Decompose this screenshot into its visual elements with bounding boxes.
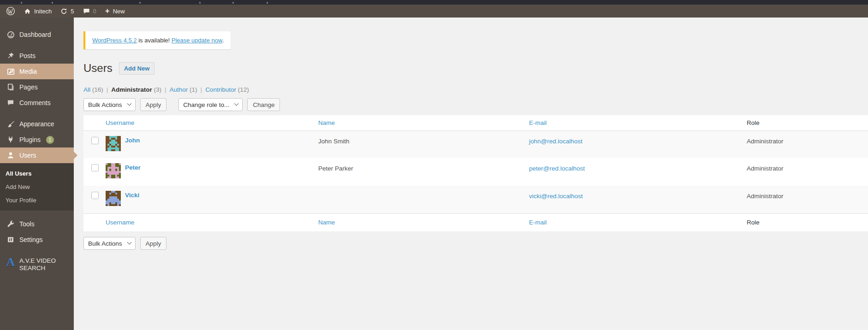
username-link[interactable]: John — [125, 137, 140, 153]
filter-label: Contributor — [205, 86, 236, 93]
column-header-email[interactable]: E-mail — [529, 219, 547, 226]
filter-contributor[interactable]: Contributor (12) — [205, 86, 249, 93]
notice-text: is available! — [137, 37, 172, 44]
home-icon — [24, 8, 31, 15]
row-checkbox[interactable] — [91, 137, 99, 144]
submenu-item-all-users[interactable]: All Users — [0, 167, 74, 180]
updates-menu[interactable]: 5 — [60, 5, 74, 18]
bulk-actions-top: Bulk Actions Apply Change role to... Cha… — [83, 98, 868, 111]
sidebar-item-dashboard[interactable]: Dashboard — [0, 27, 74, 42]
user-icon — [6, 152, 15, 159]
sidebar-item-posts[interactable]: Posts — [0, 48, 74, 64]
sidebar-item-plugins[interactable]: Plugins1 — [0, 132, 74, 147]
comments-icon — [6, 99, 15, 106]
change-role-select[interactable]: Change role to... — [178, 98, 243, 111]
sidebar-item-ave-video-search[interactable]: AA.V.E VIDEO SEARCH — [0, 255, 74, 272]
filter-administrator[interactable]: Administrator (3) — [111, 86, 161, 93]
table-footer: UsernameNameE-mailRole — [83, 213, 868, 231]
email-link[interactable]: john@red.localhost — [529, 138, 583, 145]
filter-count: (1) — [188, 86, 197, 93]
wordpress-logo-icon[interactable] — [6, 5, 15, 18]
page-title: Users — [83, 62, 113, 74]
column-header-role: Role — [747, 119, 760, 126]
name-cell — [318, 186, 529, 213]
sidebar-item-users[interactable]: Users — [0, 147, 74, 163]
column-header-role: Role — [747, 219, 760, 226]
new-label: New — [113, 8, 125, 15]
sidebar-item-label: Plugins — [19, 136, 41, 143]
email-link[interactable]: peter@red.localhost — [529, 165, 585, 172]
sidebar-item-label: Users — [19, 152, 36, 159]
update-count-badge: 1 — [46, 136, 54, 144]
column-header-email[interactable]: E-mail — [529, 119, 547, 126]
filter-author[interactable]: Author (1) — [170, 86, 197, 93]
sidebar-item-pages[interactable]: Pages — [0, 79, 74, 95]
sidebar-item-label: Tools — [19, 220, 35, 228]
sidebar-item-label: Comments — [19, 99, 51, 106]
filter-all[interactable]: All (16) — [83, 86, 103, 93]
pages-icon — [6, 83, 15, 91]
plug-icon — [6, 136, 15, 143]
bulk-actions-bottom: Bulk Actions Apply — [83, 237, 868, 250]
settings-icon — [6, 236, 15, 243]
filter-count: (3) — [152, 86, 161, 93]
comments-menu[interactable]: 0 — [83, 5, 96, 18]
filter-separator: | — [201, 86, 202, 93]
apply-button-bottom[interactable]: Apply — [140, 237, 167, 250]
new-menu[interactable]: + New — [105, 5, 125, 18]
row-checkbox[interactable] — [91, 192, 99, 199]
admin-bar: Initech 5 0 + New — [0, 5, 868, 18]
bulk-actions-value: Bulk Actions — [88, 101, 122, 108]
filter-count: (12) — [236, 86, 249, 93]
table-row: Vickivicki@red.localhostAdministrator — [83, 186, 868, 213]
site-menu[interactable]: Initech — [24, 5, 52, 18]
comment-count: 0 — [93, 8, 96, 15]
sidebar-item-tools[interactable]: Tools — [0, 216, 74, 232]
browser-strip — [0, 0, 868, 5]
sidebar-item-label: A.V.E VIDEO SEARCH — [19, 256, 62, 272]
submenu-item-your-profile[interactable]: Your Profile — [0, 194, 74, 207]
apply-button[interactable]: Apply — [140, 98, 167, 111]
email-link[interactable]: vicki@red.localhost — [529, 193, 583, 200]
sidebar-item-label: Appearance — [19, 120, 54, 128]
role-filters: All (16)|Administrator (3)|Author (1)|Co… — [83, 86, 868, 93]
comment-icon — [83, 8, 90, 15]
sidebar-item-media[interactable]: Media — [0, 64, 74, 79]
sidebar-item-appearance[interactable]: Appearance — [0, 116, 74, 132]
username-link[interactable]: Vicki — [125, 192, 139, 207]
sidebar-item-label: Pages — [19, 83, 38, 91]
avatar — [106, 191, 121, 207]
column-header-username[interactable]: Username — [106, 119, 134, 126]
main-content: WordPress 4.5.2 is available! Please upd… — [74, 18, 868, 330]
column-header-name[interactable]: Name — [318, 219, 335, 226]
sidebar-item-comments[interactable]: Comments — [0, 95, 74, 111]
sidebar-item-label: Settings — [19, 236, 43, 243]
wordpress-version-link[interactable]: WordPress 4.5.2 — [92, 37, 137, 44]
sidebar-submenu-users: All UsersAdd NewYour Profile — [0, 163, 74, 211]
role-cell: Administrator — [747, 158, 868, 186]
sidebar-item-settings[interactable]: Settings — [0, 232, 74, 248]
admin-sidebar: DashboardPostsMediaPagesCommentsAppearan… — [0, 18, 74, 330]
bulk-actions-select[interactable]: Bulk Actions — [83, 98, 136, 111]
users-table: UsernameNameE-mailRole JohnJohn Smithjoh… — [83, 115, 868, 231]
media-icon — [6, 68, 15, 76]
filter-separator: | — [107, 86, 108, 93]
update-notice: WordPress 4.5.2 is available! Please upd… — [83, 31, 231, 49]
filter-label: Author — [170, 86, 188, 93]
avatar — [106, 163, 121, 180]
update-now-link[interactable]: Please update now — [172, 37, 222, 44]
column-header-username[interactable]: Username — [106, 219, 134, 226]
change-button[interactable]: Change — [247, 98, 280, 111]
row-checkbox[interactable] — [91, 164, 99, 171]
username-link[interactable]: Peter — [125, 164, 141, 180]
change-role-value: Change role to... — [183, 101, 229, 108]
table-row: JohnJohn Smithjohn@red.localhostAdminist… — [83, 130, 868, 158]
bulk-actions-select-bottom[interactable]: Bulk Actions — [83, 237, 136, 250]
column-header-name[interactable]: Name — [318, 119, 335, 126]
filter-label: Administrator — [111, 86, 152, 93]
plus-icon: + — [105, 7, 110, 15]
add-new-button[interactable]: Add New — [119, 62, 155, 75]
name-cell: John Smith — [318, 130, 529, 158]
sidebar-item-label: Dashboard — [19, 31, 51, 38]
submenu-item-add-new[interactable]: Add New — [0, 180, 74, 194]
